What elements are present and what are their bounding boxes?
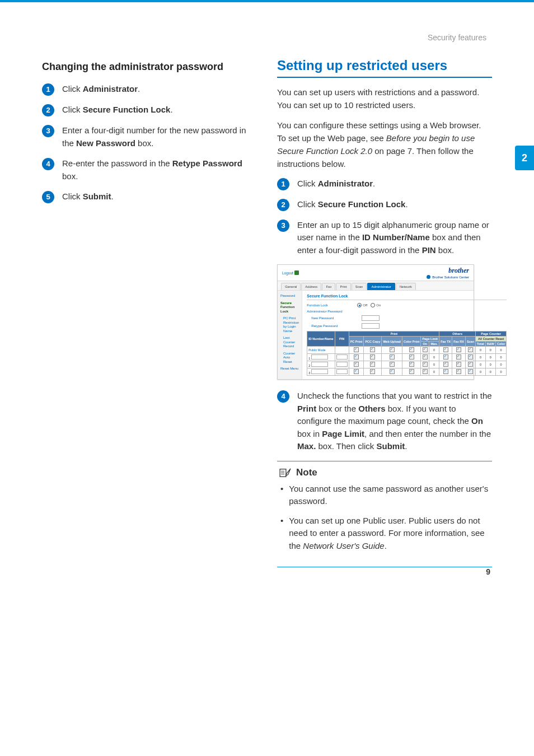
tab-address[interactable]: Address: [301, 283, 321, 290]
permission-checkbox[interactable]: [468, 354, 473, 360]
id-name-input[interactable]: [311, 369, 328, 374]
permission-checkbox[interactable]: [390, 347, 395, 352]
tab-scan[interactable]: Scan: [352, 283, 367, 290]
sshot-sidebar: Password Secure Function Lock PC Print R…: [278, 291, 302, 379]
permission-checkbox[interactable]: [370, 354, 375, 360]
step-badge-icon: 3: [42, 125, 54, 137]
permission-checkbox[interactable]: [468, 362, 473, 367]
permission-checkbox[interactable]: [456, 369, 461, 374]
right-step-4: 4 Uncheck the functions that you want to…: [277, 390, 492, 453]
radio-off[interactable]: [357, 303, 362, 307]
sidebar-pc-print-restriction[interactable]: PC Print Restriction by Login Name: [280, 316, 299, 333]
pagelimit-on-checkbox[interactable]: [423, 354, 428, 360]
id-name-input[interactable]: [311, 354, 328, 360]
permission-checkbox[interactable]: [468, 369, 473, 374]
permission-checkbox[interactable]: [409, 347, 414, 352]
page-number: 9: [486, 567, 490, 576]
th-pagelimit-max: Max.: [429, 342, 439, 347]
pagelimit-on-checkbox[interactable]: [423, 362, 428, 367]
th-fax-rx: Fax RX: [452, 337, 466, 347]
id-name-input[interactable]: [311, 362, 328, 367]
permission-checkbox[interactable]: [354, 347, 359, 352]
permission-checkbox[interactable]: [370, 362, 375, 367]
radio-on[interactable]: [371, 303, 375, 307]
sidebar-secure-function-lock[interactable]: Secure Function Lock: [280, 301, 299, 314]
tab-general[interactable]: General: [281, 283, 301, 290]
pin-input[interactable]: [336, 354, 348, 360]
tab-network[interactable]: Network: [396, 283, 416, 290]
tab-fax[interactable]: Fax: [322, 283, 335, 290]
permission-checkbox[interactable]: [354, 369, 359, 374]
pagelimit-on-checkbox[interactable]: [423, 347, 428, 352]
embedded-screenshot: Logout brother Brother Solutions Center …: [277, 264, 474, 380]
step-text: Click Administrator.: [62, 83, 257, 96]
sshot-permission-table: ID Number/Name PIN Print Others Page Cou…: [307, 331, 507, 376]
new-password-input[interactable]: [362, 315, 380, 321]
right-step-1: 1 Click Administrator.: [277, 178, 492, 190]
permission-checkbox[interactable]: [443, 354, 448, 360]
permission-checkbox[interactable]: [409, 354, 414, 360]
left-step-2: 2 Click Secure Function Lock.: [42, 104, 257, 116]
left-step-3: 3 Enter a four-digit number for the new …: [42, 124, 257, 150]
retype-password-input[interactable]: [362, 323, 380, 329]
th-scan: Scan: [465, 337, 475, 347]
permission-checkbox[interactable]: [390, 362, 395, 367]
permission-checkbox[interactable]: [370, 369, 375, 374]
step-text: Click Secure Function Lock.: [297, 198, 492, 211]
logout-link[interactable]: Logout: [282, 270, 299, 275]
row-new-password: New Password: [307, 315, 507, 321]
step-badge-icon: 1: [42, 83, 54, 96]
right-step-2: 2 Click Secure Function Lock.: [277, 198, 492, 211]
step-badge-icon: 2: [42, 104, 54, 116]
permission-checkbox[interactable]: [390, 369, 395, 374]
th-pcc-copy: PCC Copy: [364, 337, 382, 347]
left-step-1: 1 Click Administrator.: [42, 83, 257, 96]
sshot-main: Secure Function Lock Function Lock Off O…: [302, 291, 511, 379]
section-title: Security features: [428, 33, 486, 42]
th-page-counter-group: Page Counter: [476, 332, 507, 337]
permission-checkbox[interactable]: [409, 369, 414, 374]
permission-checkbox[interactable]: [354, 354, 359, 360]
logout-icon: [294, 270, 299, 275]
right-column: Setting up restricted users You can set …: [277, 58, 492, 567]
permission-checkbox[interactable]: [443, 362, 448, 367]
sidebar-last-counter-record[interactable]: Last Counter Record: [280, 336, 299, 349]
permission-checkbox[interactable]: [409, 362, 414, 367]
th-total: Total: [476, 342, 486, 347]
permission-checkbox[interactable]: [443, 369, 448, 374]
step-text: Click Secure Function Lock.: [62, 104, 257, 116]
permission-checkbox[interactable]: [468, 347, 473, 352]
step-badge-icon: 2: [277, 199, 289, 211]
table-row: 3 0000: [307, 368, 507, 376]
pin-input[interactable]: [336, 369, 348, 374]
permission-checkbox[interactable]: [370, 347, 375, 352]
permission-checkbox[interactable]: [390, 354, 395, 360]
sidebar-password[interactable]: Password: [280, 294, 299, 298]
section-header: Security features: [42, 33, 492, 42]
permission-checkbox[interactable]: [443, 347, 448, 352]
left-step-4: 4 Re-enter the password in the Retype Pa…: [42, 157, 257, 183]
th-fax-tx: Fax TX: [439, 337, 452, 347]
globe-icon: [427, 275, 430, 279]
sidebar-reset-menu[interactable]: Reset Menu: [280, 367, 299, 371]
sidebar-counter-auto-reset[interactable]: Counter Auto Reset: [280, 352, 299, 365]
step-text: Enter an up to 15 digit alphanumeric gro…: [297, 219, 492, 257]
permission-checkbox[interactable]: [456, 362, 461, 367]
permission-checkbox[interactable]: [456, 347, 461, 352]
permission-checkbox[interactable]: [354, 362, 359, 367]
step-badge-icon: 1: [277, 178, 289, 190]
intro-paragraph-2: You can configure these settings using a…: [277, 119, 492, 171]
permission-checkbox[interactable]: [456, 354, 461, 360]
svg-rect-0: [280, 469, 286, 477]
pin-input[interactable]: [336, 362, 348, 367]
tab-administrator[interactable]: Administrator: [367, 283, 395, 290]
step-badge-icon: 4: [277, 390, 289, 403]
table-row: Public Mode0000: [307, 347, 507, 354]
all-counter-reset-button[interactable]: All Counter Reset: [476, 337, 507, 342]
chapter-number: 2: [522, 152, 527, 164]
note-pencil-icon: [279, 468, 292, 478]
table-row: 2 0000: [307, 361, 507, 368]
pagelimit-on-checkbox[interactable]: [423, 369, 428, 374]
tab-print[interactable]: Print: [336, 283, 350, 290]
solutions-center-link[interactable]: Brother Solutions Center: [427, 275, 469, 279]
